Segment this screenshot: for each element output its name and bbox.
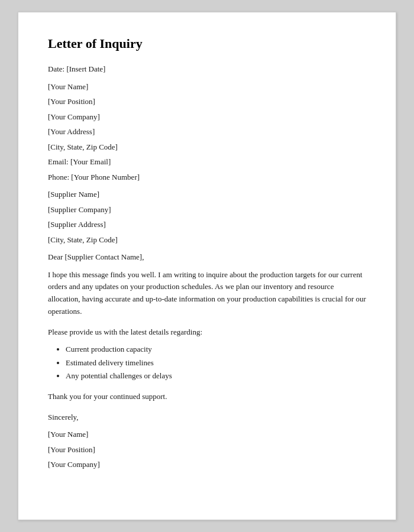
- letter-date: Date: [Insert Date]: [48, 63, 366, 75]
- sign-name: [Your Name]: [48, 429, 366, 440]
- recipient-address: [Supplier Address]: [48, 219, 366, 231]
- closing-paragraph: Thank you for your continued support.: [48, 391, 366, 403]
- sender-company: [Your Company]: [48, 111, 366, 123]
- body-paragraph-1: I hope this message finds you well. I am…: [48, 269, 366, 318]
- sign-company: [Your Company]: [48, 459, 366, 471]
- sender-name: [Your Name]: [48, 81, 366, 93]
- sender-address: [Your Address]: [48, 126, 366, 138]
- details-list: Current production capacity Estimated de…: [66, 343, 366, 382]
- sender-email: Email: [Your Email]: [48, 156, 366, 168]
- recipient-city-state-zip: [City, State, Zip Code]: [48, 234, 366, 246]
- list-item-1: Current production capacity: [66, 343, 366, 356]
- recipient-company: [Supplier Company]: [48, 204, 366, 216]
- list-intro: Please provide us with the latest detail…: [48, 326, 366, 339]
- sender-position: [Your Position]: [48, 96, 366, 108]
- list-item-3: Any potential challenges or delays: [66, 369, 366, 382]
- sign-position: [Your Position]: [48, 444, 366, 456]
- sender-city-state-zip: [City, State, Zip Code]: [48, 141, 366, 153]
- recipient-name: [Supplier Name]: [48, 189, 366, 200]
- sign-off: Sincerely,: [48, 411, 366, 423]
- list-item-2: Estimated delivery timelines: [66, 356, 366, 369]
- salutation: Dear [Supplier Contact Name],: [48, 251, 366, 263]
- document-container: Letter of Inquiry Date: [Insert Date] [Y…: [18, 12, 396, 520]
- sender-phone: Phone: [Your Phone Number]: [48, 171, 366, 183]
- letter-title: Letter of Inquiry: [48, 36, 366, 51]
